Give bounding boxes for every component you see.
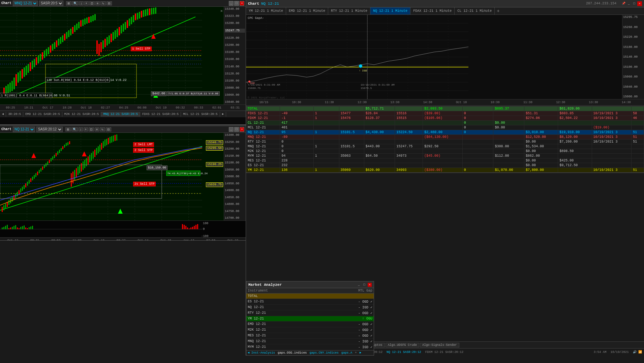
indicator-tab-m2k[interactable]: M2K 12-21 SASR:20:5 — [62, 112, 101, 117]
ma-col-instrument: Instrument — [248, 289, 332, 293]
bottom-chart-tool-4[interactable]: + — [84, 127, 88, 131]
bottom-chart-tool-1[interactable]: ⊞ — [65, 127, 71, 131]
svg-rect-138 — [3, 205, 4, 210]
svg-rect-149 — [22, 187, 23, 191]
top-chart-maximize[interactable]: □ — [234, 1, 239, 6]
chart-tool-btn-7[interactable]: ∿ — [100, 1, 106, 5]
chart-tool-btn-6[interactable]: ≡ — [95, 1, 100, 5]
annotation-info-1: 7/1.05 E:0.37 B(573)0.11 V:0.06 — [167, 91, 220, 96]
svg-rect-181 — [76, 168, 77, 178]
svg-rect-85 — [117, 29, 118, 37]
svg-rect-229 — [27, 228, 28, 229]
svg-rect-161 — [42, 167, 43, 170]
ma-row-mym[interactable]: MYM 12-21 - IGD ✓ — [246, 344, 374, 350]
nq-chart-body: CPC GapA- 7/15/2021 8:31:00 AM 15089.75 … — [246, 15, 644, 99]
nq-tab-ym[interactable]: YM 12-21 1 Minute — [246, 7, 286, 14]
bottom-chart-minimize[interactable]: _ — [229, 127, 234, 132]
bottom-chart-body: 7H:43.R(2730)+0:43 E:0.24 15300.00 15250… — [0, 133, 246, 220]
table-row-mym: MYM 12-21 94 1 35063 $64.50 34973 ($45.0… — [246, 154, 644, 158]
indicator-tab-mnq[interactable]: MNQ 12-21 SASR:20:5 — [101, 112, 140, 117]
ma-btab-a[interactable]: gaps.A — [341, 351, 352, 355]
indicator-tab-fdxs[interactable]: FDXS 12-21 SASR:20:5 — [140, 112, 181, 117]
chart-tool-btn-1[interactable]: ⊞ — [66, 1, 71, 5]
ma-row-m2k[interactable]: M2K 12-21 - OGD ✓ — [246, 327, 374, 333]
nq-close-btn[interactable]: ✕ — [637, 1, 642, 6]
ma-btab-osg[interactable]: gaps.OSG.indices — [278, 351, 307, 355]
bottom-chart-tool-2[interactable]: 🔍 — [71, 127, 78, 131]
indicator-tab-2[interactable]: 3R:20:5 — [6, 112, 23, 117]
bottom-chart-indicator-select[interactable]: SASR:20:12 — [36, 127, 63, 132]
svg-rect-153 — [29, 180, 30, 184]
top-chart-minimize[interactable]: _ — [229, 1, 234, 6]
svg-rect-158 — [37, 172, 38, 175]
svg-rect-167 — [52, 156, 53, 160]
svg-rect-79 — [104, 39, 106, 47]
svg-rect-180 — [74, 170, 75, 180]
ma-close-btn[interactable]: ✕ — [368, 283, 372, 287]
nq-chart-title: Chart — [248, 2, 259, 6]
indicator-tab-next[interactable]: ► — [220, 112, 226, 117]
svg-rect-165 — [49, 160, 50, 163]
bottom-chart-close[interactable]: ✕ — [240, 127, 244, 132]
nq-maximize-btn[interactable]: □ — [632, 1, 637, 6]
nq-pin-btn[interactable]: 📌 — [621, 1, 626, 6]
nq-chart-header: Chart NQ 12-21 207.244.233.154 📌 _ □ ✕ — [246, 0, 644, 7]
svg-rect-170 — [57, 151, 58, 155]
bottom-chart-tool-6[interactable]: ≡ — [95, 127, 99, 131]
svg-rect-232 — [32, 226, 33, 229]
indicator-tab-emd[interactable]: EMD 12-21 SASR:20:5 — [23, 112, 62, 117]
top-chart-symbol-select[interactable]: MNQ 12-21 — [13, 1, 38, 6]
ma-row-mnq[interactable]: MNQ 12-21 - IGD ✓ — [246, 339, 374, 344]
indicator-tab-1[interactable]: ◄ — [0, 112, 6, 117]
ma-row-ym[interactable]: YM 12-21 ↑ OGU — [246, 316, 374, 322]
nq-tab-emd[interactable]: EMD 12-21 1 Minute — [286, 7, 328, 14]
chart-tool-btn-4[interactable]: + — [84, 1, 89, 5]
bottom-chart-tool-7[interactable]: ∿ — [100, 127, 105, 131]
nq-tab-nq[interactable]: NQ 12-21 1 Minute — [370, 7, 410, 14]
chart-tool-btn-3[interactable]: ↕ — [79, 1, 84, 5]
algo-tab-signals[interactable]: Algo-Signals-Sender — [420, 343, 459, 347]
ma-row-es[interactable]: ES 12-21 - OGD ✓ — [246, 299, 374, 305]
svg-rect-227 — [24, 225, 25, 229]
bottom-chart-tool-3[interactable]: ↕ — [79, 127, 83, 131]
nq-tab-rty[interactable]: RTY 12-21 1 Minute — [328, 7, 370, 14]
bottom-chart-tool-5[interactable]: ⊡ — [89, 127, 94, 131]
top-chart-indicator-select[interactable]: SASR:20:5 — [39, 1, 63, 6]
ma-btab-cny[interactable]: gaps.CNY.indices — [309, 351, 338, 355]
ma-minimize-btn[interactable]: _ — [357, 283, 361, 287]
ma-maximize-btn[interactable]: □ — [362, 283, 366, 287]
chart-tool-btn-5[interactable]: ⊡ — [89, 1, 95, 5]
nq-tab-add[interactable]: + — [495, 8, 501, 14]
svg-rect-198 — [104, 140, 105, 146]
top-chart-close-btn[interactable]: ✕ — [220, 8, 223, 13]
chart-tool-btn-8[interactable]: ⊟ — [106, 1, 112, 5]
svg-rect-194 — [98, 146, 99, 153]
svg-rect-43 — [32, 61, 33, 69]
indicator-tab-mcl[interactable]: MCL 12-21 SASR:20:5 — [181, 112, 220, 117]
nq-tab-cl[interactable]: CL 12-21 1 Minute — [455, 7, 495, 14]
algo-tab-crude[interactable]: Algo.UDSFG Crude — [386, 343, 419, 347]
bottom-chart-tool-8[interactable]: ⊟ — [106, 127, 111, 131]
svg-rect-223 — [17, 228, 18, 229]
ma-row-emd[interactable]: EMD 12-21 - OGD ✓ — [246, 322, 374, 327]
bottom-chart-maximize[interactable]: □ — [234, 127, 239, 132]
top-chart-close[interactable]: ✕ — [240, 1, 244, 6]
bottom-chart-symbol-select[interactable]: NQ 12-21 — [13, 127, 35, 132]
bottom-chart-header: Chart NQ 12-21 SASR:20:12 ⊞ 🔍 ↕ + ⊡ ≡ ∿ … — [0, 126, 246, 133]
market-analyzer-panel: Market Analyzer _ □ ✕ Instrument MTL Gap… — [246, 281, 374, 356]
right-panel: Chart NQ 12-21 207.244.233.154 📌 _ □ ✕ Y… — [246, 0, 644, 356]
ma-btab-add[interactable]: + — [355, 351, 357, 355]
ma-val-es: - OGD ✓ — [332, 300, 372, 304]
ma-btab-next[interactable]: ► — [360, 351, 361, 355]
nq-minimize-btn[interactable]: _ — [626, 1, 631, 6]
ma-row-nq[interactable]: NQ 12-21 - IGD ✓ — [246, 305, 374, 310]
ma-row-mes[interactable]: MES 12-21 - OGD ✓ — [246, 333, 374, 339]
ma-row-rty[interactable]: RTY 12-21 - OGD ✓ — [246, 310, 374, 316]
ma-bottom-tabs: ◄ Inst-Analysis gaps.OSG.indices gaps.CN… — [246, 350, 374, 355]
chart-tool-btn-2[interactable]: 🔍 — [72, 1, 79, 5]
svg-rect-190 — [91, 153, 92, 161]
svg-rect-103 — [153, 8, 154, 14]
ma-btab-inst[interactable]: ◄ Inst-Analysis — [248, 351, 275, 355]
svg-rect-215 — [3, 227, 4, 229]
nq-tab-fdax[interactable]: FDAX 12-21 1 Minute — [410, 7, 455, 14]
